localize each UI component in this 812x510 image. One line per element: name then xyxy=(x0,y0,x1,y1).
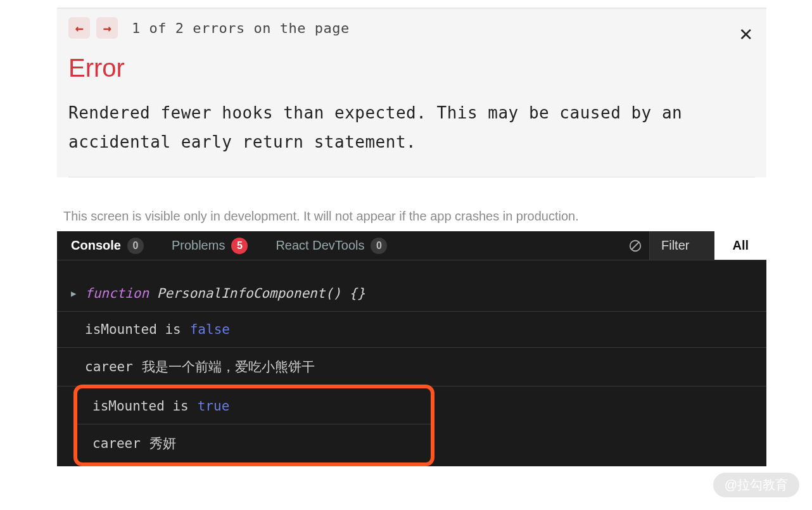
log-value-bool: true xyxy=(198,398,230,414)
tab-label: React DevTools xyxy=(276,238,364,253)
error-nav-row: ← → 1 of 2 errors on the page xyxy=(57,8,766,45)
log-level-selector[interactable]: All xyxy=(714,231,766,260)
clear-console-button[interactable] xyxy=(621,231,649,260)
tab-badge: 5 xyxy=(231,238,248,254)
log-label: career xyxy=(85,359,133,374)
log-label: isMounted is xyxy=(85,322,181,337)
devtools-panel: Console 0 Problems 5 React DevTools 0 Fi… xyxy=(57,231,766,466)
error-overlay: ← → 1 of 2 errors on the page ✕ Error Re… xyxy=(57,8,766,177)
close-button[interactable]: ✕ xyxy=(740,22,752,44)
log-value-bool: false xyxy=(190,322,230,337)
devtools-tabbar: Console 0 Problems 5 React DevTools 0 Fi… xyxy=(57,231,766,260)
tab-problems[interactable]: Problems 5 xyxy=(158,231,262,260)
tab-label: Console xyxy=(71,238,121,253)
tab-label: Problems xyxy=(172,238,225,253)
log-row[interactable]: career 秀妍 xyxy=(77,424,431,462)
tab-badge: 0 xyxy=(371,238,387,254)
highlighted-log-group: isMounted is true career 秀妍 xyxy=(73,385,435,466)
tab-react-devtools[interactable]: React DevTools 0 xyxy=(262,231,401,260)
log-row[interactable]: isMounted is true xyxy=(77,388,431,424)
disclosure-icon[interactable]: ▶ xyxy=(71,288,76,298)
log-row[interactable]: isMounted is false xyxy=(57,312,766,348)
clear-icon xyxy=(628,239,642,253)
tab-badge: 0 xyxy=(127,238,144,254)
divider xyxy=(68,177,755,177)
prev-error-button[interactable]: ← xyxy=(68,17,90,39)
error-message: Rendered fewer hooks than expected. This… xyxy=(57,87,766,177)
next-error-button[interactable]: → xyxy=(96,17,118,39)
log-label: isMounted is xyxy=(92,398,189,414)
function-name: PersonalInfoComponent() {} xyxy=(157,286,365,301)
svg-line-1 xyxy=(631,242,638,249)
log-row-function[interactable]: ▶ function PersonalInfoComponent() {} xyxy=(57,260,766,312)
watermark: @拉勾教育 xyxy=(713,473,799,497)
log-row[interactable]: career 我是一个前端，爱吃小熊饼干 xyxy=(57,348,766,386)
filter-input[interactable]: Filter xyxy=(649,231,714,260)
dev-only-note: This screen is visible only in developme… xyxy=(57,177,766,231)
console-log-list: ▶ function PersonalInfoComponent() {} is… xyxy=(57,260,766,466)
log-label: career xyxy=(92,436,141,451)
log-value: 秀妍 xyxy=(149,435,176,452)
keyword-function: function xyxy=(85,286,149,301)
log-value: 我是一个前端，爱吃小熊饼干 xyxy=(142,358,315,376)
error-title: Error xyxy=(57,45,766,87)
error-counter: 1 of 2 errors on the page xyxy=(132,20,350,36)
tab-console[interactable]: Console 0 xyxy=(57,231,158,260)
